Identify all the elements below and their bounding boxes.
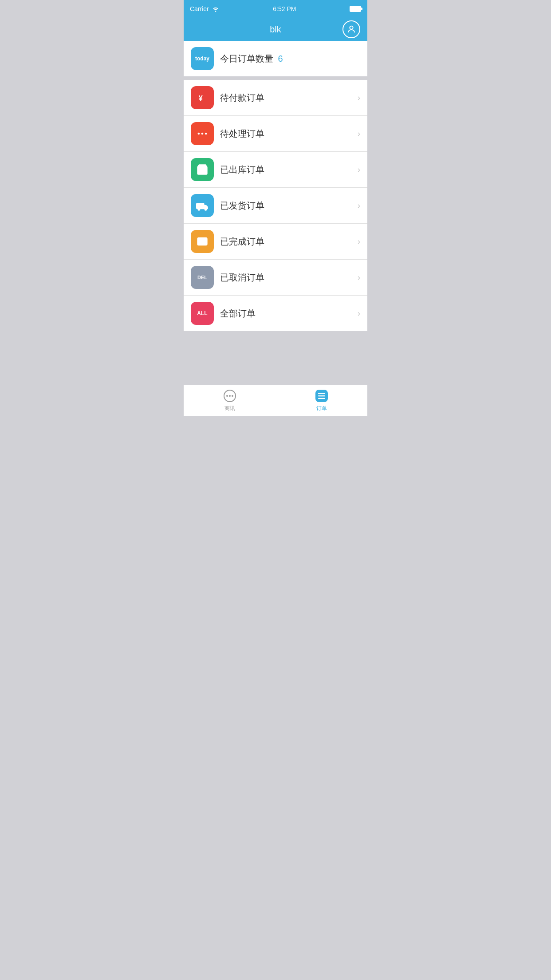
check-envelope-icon [191,230,214,253]
menu-item-cancelled[interactable]: DEL 已取消订单 › [184,260,367,296]
svg-point-2 [198,133,200,135]
cancelled-label: 已取消订单 [220,272,351,284]
today-count: 6 [278,54,283,63]
menu-item-shipped-out[interactable]: 已出库订单 › [184,152,367,188]
svg-rect-15 [318,393,325,394]
dots-icon [191,122,214,145]
menu-item-all[interactable]: ALL 全部订单 › [184,296,367,331]
today-label-group: 今日订单数量 6 [220,53,283,65]
svg-rect-16 [318,395,325,397]
tab-messages[interactable]: 商讯 [184,385,276,416]
svg-point-11 [226,395,228,397]
gray-spacer [184,332,367,385]
messages-tab-icon [223,389,237,403]
menu-list: ¥ 待付款订单 › 待处理订单 › 已出库订单 [184,80,367,331]
orders-tab-label: 订单 [316,405,327,412]
chevron-right-icon: › [358,309,360,318]
nav-bar: blk [184,18,367,41]
today-label: 今日订单数量 [220,54,273,63]
bottom-tabs: 商讯 订单 [184,385,367,416]
del-icon: DEL [191,266,214,289]
status-bar: Carrier 6:52 PM [184,0,367,18]
shipped-out-label: 已出库订单 [220,164,351,176]
battery-icon [350,6,361,12]
nav-title: blk [270,24,281,35]
chevron-right-icon: › [358,201,360,210]
yuan-icon: ¥ [191,86,214,109]
profile-button[interactable] [342,20,360,38]
tab-orders[interactable]: 订单 [276,385,367,416]
menu-item-delivered[interactable]: 已发货订单 › [184,188,367,224]
today-row[interactable]: today 今日订单数量 6 [184,41,367,76]
content-area: today 今日订单数量 6 ¥ 待付款订单 › 待处理订单 › [184,41,367,385]
svg-point-8 [205,209,207,210]
time-label: 6:52 PM [273,5,296,12]
chevron-right-icon: › [358,237,360,246]
svg-point-12 [229,395,231,397]
chevron-right-icon: › [358,273,360,282]
carrier-label: Carrier [190,5,209,12]
pending-process-label: 待处理订单 [220,128,351,140]
orders-tab-icon [315,389,329,403]
chevron-right-icon: › [358,165,360,174]
delivered-label: 已发货订单 [220,200,351,212]
all-label: 全部订单 [220,308,351,320]
completed-label: 已完成订单 [220,236,351,248]
menu-item-pending-payment[interactable]: ¥ 待付款订单 › [184,80,367,116]
profile-icon [346,24,356,34]
chevron-right-icon: › [358,129,360,138]
svg-text:¥: ¥ [199,94,203,102]
svg-rect-17 [318,398,325,399]
svg-point-4 [205,133,207,135]
all-icon: ALL [191,302,214,325]
menu-item-completed[interactable]: 已完成订单 › [184,224,367,260]
box-out-icon [191,158,214,181]
messages-tab-label: 商讯 [224,405,235,412]
pending-payment-label: 待付款订单 [220,92,351,104]
today-icon: today [191,47,214,70]
svg-rect-6 [197,203,204,209]
svg-point-7 [198,209,200,210]
status-left: Carrier [190,5,220,12]
battery-indicator [350,6,361,12]
truck-icon [191,194,214,217]
wifi-icon [212,6,220,12]
svg-point-3 [201,133,204,135]
svg-point-13 [232,395,233,397]
menu-item-pending-process[interactable]: 待处理订单 › [184,116,367,152]
chevron-right-icon: › [358,93,360,103]
svg-point-0 [350,26,353,29]
